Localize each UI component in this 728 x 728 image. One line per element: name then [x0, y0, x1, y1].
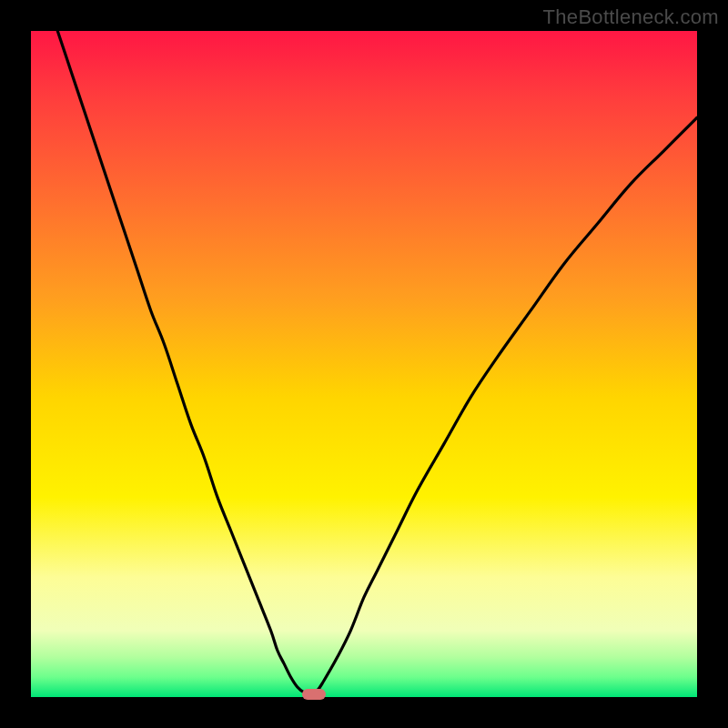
watermark-text: TheBottleneck.com	[543, 5, 719, 29]
bottleneck-curve	[31, 31, 697, 697]
optimal-marker	[302, 689, 326, 700]
chart-frame: TheBottleneck.com	[0, 0, 728, 728]
